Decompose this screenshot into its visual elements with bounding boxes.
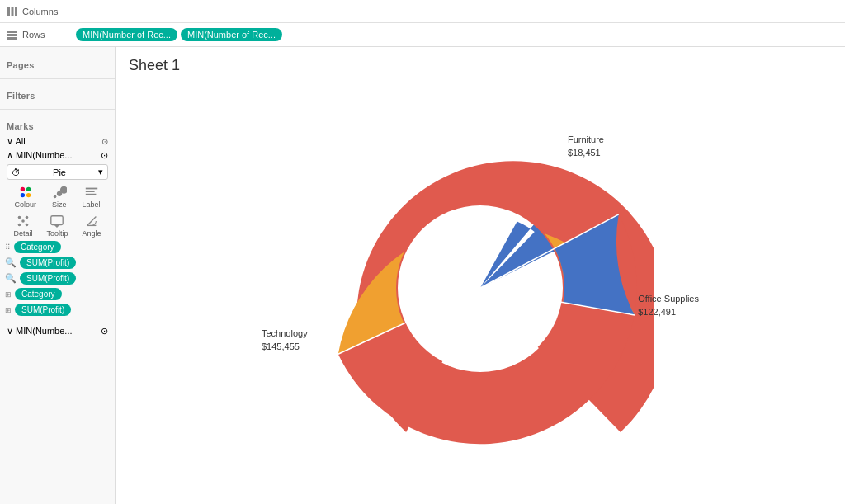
min-number2-chevron: ⊙ xyxy=(101,326,108,337)
top-bar: Columns Rows MIN(Number of Rec... MIN(Nu… xyxy=(0,0,845,47)
rows-row: Rows MIN(Number of Rec... MIN(Number of … xyxy=(0,23,845,46)
office-label: Office Supplies $122,491 xyxy=(638,291,699,318)
marks-section: Marks xyxy=(0,118,115,134)
svg-point-8 xyxy=(20,193,24,197)
marks-icons-row1: Colour Size Label xyxy=(0,181,115,212)
size-icon xyxy=(52,185,67,200)
min-label: ∧ MIN(Numbe... xyxy=(7,150,73,161)
rows-icon xyxy=(7,29,18,40)
columns-icon xyxy=(7,6,18,17)
technology-value: $145,455 xyxy=(262,340,308,354)
svg-rect-13 xyxy=(85,188,97,190)
sumprofit-pill-1[interactable]: SUM(Profit) xyxy=(20,257,76,269)
furniture-value: $18,451 xyxy=(568,146,604,160)
sumprofit-pill-3[interactable]: SUM(Profit) xyxy=(15,304,71,316)
pill-row-3: 🔍 SUM(Profit) xyxy=(0,271,115,286)
pie-label: Pie xyxy=(53,167,66,177)
furniture-name: Furniture xyxy=(568,133,604,147)
svg-rect-1 xyxy=(12,7,14,16)
all-label: ∨ All xyxy=(7,136,26,147)
label-button[interactable]: Label xyxy=(83,185,101,209)
pill-row-5: ⊞ SUM(Profit) xyxy=(0,302,115,318)
category-pill-1[interactable]: Category xyxy=(14,241,61,253)
size-button[interactable]: Size xyxy=(52,185,67,209)
marks-icons-row2: Detail Tooltip Angle xyxy=(0,212,115,239)
columns-label: Columns xyxy=(7,6,73,17)
detail-icon xyxy=(16,214,31,228)
colour-icon xyxy=(18,185,33,200)
label-icon xyxy=(84,185,99,200)
category-icon-2: ⊞ xyxy=(5,290,12,299)
svg-point-16 xyxy=(18,216,21,219)
svg-point-18 xyxy=(26,224,29,227)
columns-row: Columns xyxy=(0,0,845,23)
pill-row-2: 🔍 SUM(Profit) xyxy=(0,255,115,271)
svg-rect-14 xyxy=(85,191,94,192)
tooltip-icon xyxy=(50,214,64,228)
marks-min-row2: ∨ MIN(Numbe... ⊙ xyxy=(0,324,115,338)
donut-final xyxy=(307,115,654,461)
svg-rect-2 xyxy=(15,7,17,16)
category-icon-1: ⠿ xyxy=(5,243,11,252)
svg-rect-3 xyxy=(7,31,17,33)
svg-point-9 xyxy=(26,193,31,197)
svg-point-10 xyxy=(54,195,57,199)
pie-clock-icon: ⏱ xyxy=(12,167,21,177)
technology-name: Technology xyxy=(262,326,308,340)
sheet-title: Sheet 1 xyxy=(129,57,832,74)
category-pill-2[interactable]: Category xyxy=(15,288,62,300)
content-area: Sheet 1 xyxy=(116,47,845,504)
filters-section: Filters xyxy=(0,87,115,104)
marks-min-row: ∧ MIN(Numbe... ⊙ xyxy=(0,148,115,163)
chart-container: Furniture $18,451 Office Supplies $122,4… xyxy=(129,81,832,494)
svg-point-17 xyxy=(21,219,25,223)
office-value: $122,491 xyxy=(638,305,699,319)
divider-2 xyxy=(0,109,115,110)
rows-pill-2[interactable]: MIN(Number of Rec... xyxy=(181,28,282,41)
pill-row-4: ⊞ Category xyxy=(0,286,115,302)
min-number2-label: ∨ MIN(Numbe... xyxy=(7,326,73,337)
pie-dropdown-icon: ▾ xyxy=(98,167,103,177)
search-icon-1: 🔍 xyxy=(5,257,17,268)
detail-button[interactable]: Detail xyxy=(13,214,32,238)
rows-text: Rows xyxy=(22,30,45,40)
tooltip-button[interactable]: Tooltip xyxy=(46,214,68,238)
sidebar: Pages Filters Marks ∨ All ⊙ ∧ MIN(Numbe.… xyxy=(0,47,116,504)
sumprofit-pill-2[interactable]: SUM(Profit) xyxy=(20,272,76,285)
svg-point-20 xyxy=(18,224,21,227)
divider-1 xyxy=(0,78,115,79)
office-name: Office Supplies xyxy=(638,291,699,305)
svg-rect-21 xyxy=(51,216,63,225)
all-chevron: ⊙ xyxy=(101,137,108,146)
svg-rect-4 xyxy=(7,34,17,36)
rows-pill-1[interactable]: MIN(Number of Rec... xyxy=(76,28,177,41)
svg-point-6 xyxy=(20,187,24,191)
colour-button[interactable]: Colour xyxy=(14,185,36,209)
search-icon-2: 🔍 xyxy=(5,273,17,284)
pie-select[interactable]: ⏱ Pie ▾ xyxy=(7,164,108,180)
rows-label: Rows xyxy=(7,29,73,40)
angle-icon xyxy=(84,214,99,228)
svg-rect-0 xyxy=(7,7,10,16)
technology-label: Technology $145,455 xyxy=(262,326,308,353)
marks-all-row: ∨ All ⊙ xyxy=(0,134,115,148)
main-area: Pages Filters Marks ∨ All ⊙ ∧ MIN(Numbe.… xyxy=(0,47,845,504)
svg-marker-22 xyxy=(54,225,60,228)
min-chevron: ⊙ xyxy=(101,150,108,161)
angle-button[interactable]: Angle xyxy=(82,214,101,238)
furniture-label: Furniture $18,451 xyxy=(568,133,604,160)
svg-rect-15 xyxy=(85,194,96,195)
donut-chart: Furniture $18,451 Office Supplies $122,4… xyxy=(307,115,654,461)
pages-section: Pages xyxy=(0,57,115,73)
category-icon-3: ⊞ xyxy=(5,306,12,314)
svg-point-7 xyxy=(26,187,31,191)
columns-text: Columns xyxy=(22,7,58,16)
pill-row-1: ⠿ Category xyxy=(0,239,115,255)
svg-rect-5 xyxy=(7,37,17,40)
svg-point-19 xyxy=(26,216,29,219)
